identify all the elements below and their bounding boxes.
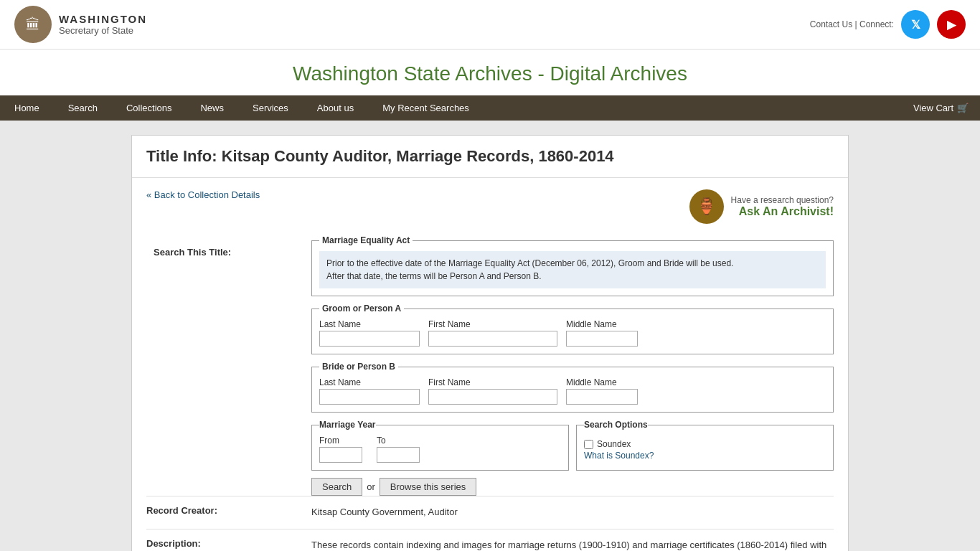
groom-last-name-input[interactable] <box>319 331 420 347</box>
groom-middle-label: Middle Name <box>566 319 638 329</box>
search-options-legend: Search Options <box>584 420 648 430</box>
groom-first-name-group: First Name <box>428 319 557 347</box>
main-navigation: Home Search Collections News Services Ab… <box>0 95 980 121</box>
or-text: or <box>367 481 375 492</box>
bride-first-name-group: First Name <box>428 377 557 405</box>
marriage-equality-legend: Marriage Equality Act <box>319 235 413 245</box>
ask-archivist-prompt: Have a research question? <box>731 195 834 205</box>
nav-services[interactable]: Services <box>238 95 303 121</box>
nav-collections[interactable]: Collections <box>112 95 187 121</box>
bride-last-name-input[interactable] <box>319 389 420 405</box>
site-title-text: Washington State Archives - Digital Arch… <box>0 62 980 85</box>
browse-series-button[interactable]: Browse this series <box>380 478 476 496</box>
back-to-collection-link[interactable]: « Back to Collection Details <box>146 189 260 200</box>
groom-last-label: Last Name <box>319 319 420 329</box>
groom-last-name-group: Last Name <box>319 319 420 347</box>
from-label: From <box>319 435 362 446</box>
search-button[interactable]: Search <box>311 478 362 496</box>
logo-washington-text: WASHINGTON <box>59 13 147 25</box>
youtube-button[interactable]: ▶ <box>937 10 966 39</box>
nav-search[interactable]: Search <box>54 95 112 121</box>
description-text1: These records contain indexing and image… <box>311 538 834 551</box>
record-creator-row: Record Creator: Kitsap County Government… <box>146 496 834 529</box>
soundex-row: Soundex <box>584 439 826 449</box>
site-title-bar: Washington State Archives - Digital Arch… <box>0 50 980 95</box>
marriage-equality-fieldset: Marriage Equality Act Prior to the effec… <box>311 235 834 296</box>
marriage-year-fieldset: Marriage Year From To <box>311 420 569 471</box>
groom-first-name-input[interactable] <box>428 331 557 347</box>
from-year-input[interactable] <box>319 447 362 463</box>
nav-items: Home Search Collections News Services Ab… <box>0 95 902 121</box>
logo-sos-text: Secretary of State <box>59 25 147 36</box>
page-title-bar: Title Info: Kitsap County Auditor, Marri… <box>132 136 848 178</box>
view-cart-button[interactable]: View Cart 🛒 <box>902 95 980 121</box>
search-title-label: Search This Title: <box>146 235 311 496</box>
search-options-fieldset: Search Options Soundex What is Soundex? <box>576 420 834 471</box>
bride-middle-name-input[interactable] <box>566 389 638 405</box>
twitter-button[interactable]: 𝕏 <box>901 10 930 39</box>
groom-fieldset: Groom or Person A Last Name First Name M… <box>311 303 834 354</box>
groom-middle-name-input[interactable] <box>566 331 638 347</box>
view-cart-label: View Cart <box>913 103 953 113</box>
search-fields: Marriage Equality Act Prior to the effec… <box>311 235 834 496</box>
nav-news[interactable]: News <box>186 95 238 121</box>
contact-connect-text: Contact Us | Connect: <box>810 19 894 29</box>
archivist-icon: 🏺 <box>689 189 724 224</box>
bride-first-name-input[interactable] <box>428 389 557 405</box>
search-form-area: Search This Title: Marriage Equality Act… <box>146 235 834 496</box>
soundex-label: Soundex <box>597 439 631 449</box>
bride-legend: Bride or Person B <box>319 362 398 372</box>
description-row: Description: These records contain index… <box>146 529 834 551</box>
groom-middle-name-group: Middle Name <box>566 319 638 347</box>
nav-home[interactable]: Home <box>0 95 54 121</box>
description-value: These records contain indexing and image… <box>311 538 834 551</box>
groom-first-label: First Name <box>428 319 557 329</box>
bride-first-label: First Name <box>428 377 557 387</box>
ask-archivist-cta: Ask An Archivist! <box>731 205 834 218</box>
marriage-equality-info: Prior to the effective date of the Marri… <box>319 251 826 288</box>
cart-icon: 🛒 <box>957 103 969 113</box>
top-right-area: Contact Us | Connect: 𝕏 ▶ <box>810 10 966 39</box>
ask-archivist-widget: 🏺 Have a research question? Ask An Archi… <box>689 189 834 224</box>
marriage-year-legend: Marriage Year <box>319 420 376 430</box>
nav-recent-searches[interactable]: My Recent Searches <box>368 95 484 121</box>
logo-area: 🏛 WASHINGTON Secretary of State <box>14 6 147 43</box>
bride-middle-name-group: Middle Name <box>566 377 638 405</box>
groom-legend: Groom or Person A <box>319 303 404 314</box>
from-year-group: From <box>319 435 362 463</box>
search-buttons-row: Search or Browse this series <box>311 478 834 496</box>
nav-about[interactable]: About us <box>303 95 368 121</box>
soundex-link[interactable]: What is Soundex? <box>584 451 826 461</box>
record-creator-value: Kitsap County Government, Auditor <box>311 505 834 520</box>
bride-last-name-group: Last Name <box>319 377 420 405</box>
bride-middle-label: Middle Name <box>566 377 638 387</box>
ask-archivist-text: Have a research question? Ask An Archivi… <box>731 195 834 218</box>
soundex-checkbox[interactable] <box>584 440 593 449</box>
to-label: To <box>377 435 420 446</box>
description-label: Description: <box>146 538 311 551</box>
bride-fieldset: Bride or Person B Last Name First Name M… <box>311 362 834 413</box>
record-creator-label: Record Creator: <box>146 505 311 520</box>
to-year-group: To <box>377 435 420 463</box>
back-link[interactable]: « Back to Collection Details <box>146 189 260 200</box>
bride-last-label: Last Name <box>319 377 420 387</box>
wa-seal-icon: 🏛 <box>14 6 52 43</box>
to-year-input[interactable] <box>377 447 420 463</box>
page-title: Title Info: Kitsap County Auditor, Marri… <box>146 147 834 166</box>
